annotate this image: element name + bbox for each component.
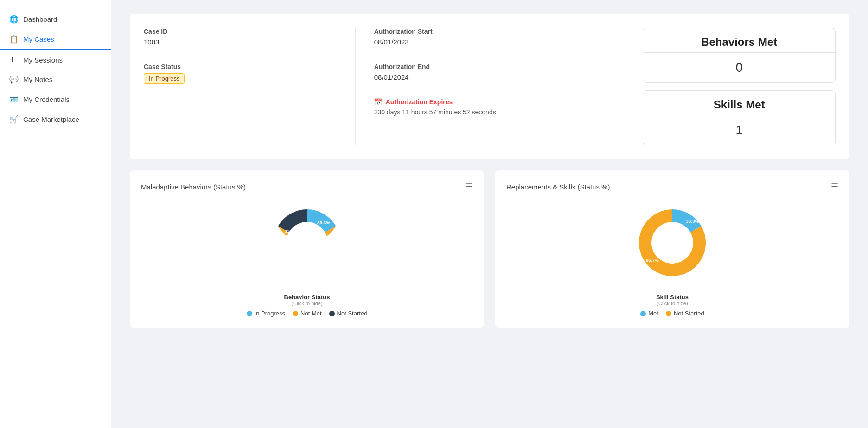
sidebar-label-dashboard: Dashboard bbox=[23, 15, 57, 23]
sidebar-item-dashboard[interactable]: 🌐 Dashboard bbox=[0, 9, 111, 29]
case-id-label: Case ID bbox=[144, 28, 337, 35]
auth-expires-field: 📅 Authorization Expires 330 days 11 hour… bbox=[374, 98, 606, 116]
auth-expires-label: Authorization Expires bbox=[386, 98, 453, 106]
not-met-label: Not Met bbox=[300, 310, 322, 317]
svg-text:33.3%: 33.3% bbox=[300, 266, 313, 271]
my-credentials-icon: 🪪 bbox=[9, 95, 19, 104]
my-notes-icon: 💬 bbox=[9, 75, 19, 84]
replacements-donut: 33.3% 66.7% bbox=[631, 201, 714, 284]
my-sessions-icon: 🖥 bbox=[9, 56, 19, 64]
maladaptive-menu-icon[interactable]: ☰ bbox=[466, 182, 473, 192]
charts-section: Maladaptive Behaviors (Status %) ☰ bbox=[130, 170, 849, 328]
not-started-label: Not Started bbox=[337, 310, 368, 317]
replacements-chart-body: 33.3% 66.7% Skill Status (Click to hide)… bbox=[506, 201, 838, 317]
my-cases-icon: 📋 bbox=[9, 35, 19, 44]
behaviors-met-card: Behaviors Met 0 bbox=[643, 28, 836, 83]
case-marketplace-icon: 🛒 bbox=[9, 115, 19, 124]
skills-met-title: Skills Met bbox=[643, 91, 835, 115]
maladaptive-donut: 33.3% 33.3% 33.3% bbox=[265, 201, 349, 284]
behaviors-met-value: 0 bbox=[643, 53, 835, 82]
maladaptive-legend-title: Behavior Status (Click to hide) bbox=[284, 294, 330, 306]
legend-item-not-started[interactable]: Not Started bbox=[329, 310, 368, 317]
in-progress-dot bbox=[247, 311, 252, 316]
sidebar-item-my-sessions[interactable]: 🖥 My Sessions bbox=[0, 50, 111, 69]
case-id-field: Case ID 1003 bbox=[144, 28, 337, 50]
in-progress-label: In Progress bbox=[255, 310, 285, 317]
auth-start-label: Authorization Start bbox=[374, 28, 606, 35]
maladaptive-chart-header: Maladaptive Behaviors (Status %) ☰ bbox=[141, 182, 473, 192]
maladaptive-chart-body: 33.3% 33.3% 33.3% Behavior Status (Click… bbox=[141, 201, 473, 317]
replacements-menu-icon[interactable]: ☰ bbox=[831, 182, 838, 192]
svg-text:33.3%: 33.3% bbox=[285, 228, 298, 233]
maladaptive-legend: In Progress Not Met Not Started bbox=[247, 310, 368, 317]
sidebar-label-my-cases: My Cases bbox=[23, 35, 54, 43]
svg-text:33.3%: 33.3% bbox=[317, 220, 330, 225]
replacements-legend: Met Not Started bbox=[640, 310, 704, 317]
auth-end-label: Authorization End bbox=[374, 63, 606, 70]
sidebar-item-case-marketplace[interactable]: 🛒 Case Marketplace bbox=[0, 109, 111, 129]
status-badge: In Progress bbox=[144, 73, 185, 84]
main-content: Case ID 1003 Case Status In Progress Aut… bbox=[111, 0, 868, 428]
replacements-chart-title: Replacements & Skills (Status %) bbox=[506, 183, 610, 191]
sidebar: 🌐 Dashboard 📋 My Cases 🖥 My Sessions 💬 M… bbox=[0, 0, 111, 428]
case-id-value: 1003 bbox=[144, 38, 337, 50]
skills-met-card: Skills Met 1 bbox=[643, 90, 836, 145]
auth-start-value: 08/01/2023 bbox=[374, 38, 606, 50]
replacements-chart-header: Replacements & Skills (Status %) ☰ bbox=[506, 182, 838, 192]
sidebar-label-my-credentials: My Credentials bbox=[23, 95, 70, 103]
maladaptive-chart-title: Maladaptive Behaviors (Status %) bbox=[141, 183, 246, 191]
auth-start-field: Authorization Start 08/01/2023 bbox=[374, 28, 606, 50]
maladaptive-chart-card: Maladaptive Behaviors (Status %) ☰ bbox=[130, 170, 484, 328]
not-started-dot bbox=[329, 311, 335, 316]
auth-end-value: 08/01/2024 bbox=[374, 73, 606, 85]
legend-item-not-met[interactable]: Not Met bbox=[293, 310, 322, 317]
case-status-value: In Progress bbox=[144, 73, 337, 88]
sidebar-item-my-notes[interactable]: 💬 My Notes bbox=[0, 69, 111, 89]
skills-met-value: 1 bbox=[643, 115, 835, 145]
replacements-legend-title: Skill Status (Click to hide) bbox=[656, 294, 689, 306]
met-dot bbox=[640, 311, 646, 316]
auth-expires-countdown: 330 days 11 hours 57 minutes 52 seconds bbox=[374, 108, 606, 116]
svg-text:66.7%: 66.7% bbox=[646, 258, 659, 263]
case-info-section: Case ID 1003 Case Status In Progress Aut… bbox=[130, 14, 849, 159]
svg-text:33.3%: 33.3% bbox=[686, 219, 699, 224]
skills-not-started-label: Not Started bbox=[674, 310, 704, 317]
case-stats-panel: Behaviors Met 0 Skills Met 1 bbox=[624, 28, 836, 145]
sidebar-label-my-notes: My Notes bbox=[23, 76, 52, 83]
case-status-field: Case Status In Progress bbox=[144, 63, 337, 88]
sidebar-label-case-marketplace: Case Marketplace bbox=[23, 115, 79, 123]
case-status-label: Case Status bbox=[144, 63, 337, 70]
maladaptive-donut-svg: 33.3% 33.3% 33.3% bbox=[265, 201, 349, 284]
calendar-icon: 📅 bbox=[374, 98, 382, 106]
auth-end-field: Authorization End 08/01/2024 bbox=[374, 63, 606, 85]
legend-item-met[interactable]: Met bbox=[640, 310, 658, 317]
met-label: Met bbox=[648, 310, 658, 317]
sidebar-label-my-sessions: My Sessions bbox=[23, 56, 63, 64]
behaviors-met-title: Behaviors Met bbox=[643, 28, 835, 53]
case-left-panel: Case ID 1003 Case Status In Progress bbox=[144, 28, 356, 145]
not-met-dot bbox=[293, 311, 298, 316]
skills-not-started-dot bbox=[666, 311, 671, 316]
legend-item-skills-not-started[interactable]: Not Started bbox=[666, 310, 704, 317]
auth-expires-header: 📅 Authorization Expires bbox=[374, 98, 606, 106]
legend-item-in-progress[interactable]: In Progress bbox=[247, 310, 285, 317]
replacements-chart-card: Replacements & Skills (Status %) ☰ 33.3% bbox=[495, 170, 849, 328]
sidebar-item-my-credentials[interactable]: 🪪 My Credentials bbox=[0, 89, 111, 109]
dashboard-icon: 🌐 bbox=[9, 15, 19, 24]
case-middle-panel: Authorization Start 08/01/2023 Authoriza… bbox=[356, 28, 625, 145]
sidebar-item-my-cases[interactable]: 📋 My Cases bbox=[0, 29, 111, 50]
replacements-donut-svg: 33.3% 66.7% bbox=[631, 201, 714, 284]
